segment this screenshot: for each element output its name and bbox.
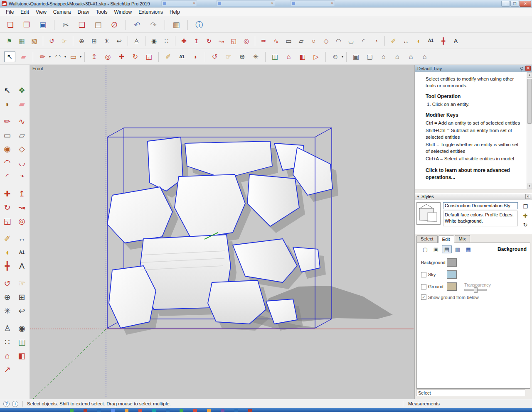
face-settings-icon[interactable]: ▣: [431, 245, 441, 253]
zoom-window-icon[interactable]: ⊞: [89, 35, 99, 46]
ground-checkbox[interactable]: [421, 284, 426, 289]
new-icon[interactable]: ❏: [4, 19, 17, 31]
text-icon[interactable]: A1: [15, 246, 29, 259]
axes-icon[interactable]: ╋: [438, 35, 448, 46]
taskbar-app-icon[interactable]: [125, 409, 128, 412]
circle-icon[interactable]: ○: [308, 35, 319, 46]
taskbar-app-icon[interactable]: [84, 409, 87, 412]
text-icon[interactable]: A1: [426, 35, 436, 46]
scale-icon[interactable]: ◱: [229, 35, 239, 46]
menu-edit[interactable]: Edit: [17, 8, 32, 16]
eraser-icon[interactable]: ▰: [18, 51, 29, 62]
share-model-icon[interactable]: ↗: [0, 363, 15, 376]
print-icon[interactable]: ▦: [170, 19, 182, 31]
zoom-previous-icon[interactable]: ↩: [15, 304, 29, 317]
taskbar-app-icon[interactable]: [180, 409, 183, 412]
paste-icon[interactable]: ▤: [92, 19, 104, 31]
menu-extensions[interactable]: Extensions: [135, 8, 166, 16]
three-d-text-icon[interactable]: A: [451, 35, 461, 46]
3d-warehouse-icon[interactable]: ⌂: [0, 349, 15, 362]
position-camera-icon[interactable]: ♙: [0, 322, 15, 335]
background-settings-icon[interactable]: ▤: [442, 245, 452, 253]
tape-measure-icon[interactable]: ✐: [163, 51, 174, 62]
freehand-icon[interactable]: ∿: [15, 115, 29, 128]
cut-icon[interactable]: ✂: [59, 19, 72, 31]
tape-measure-icon[interactable]: ✐: [0, 232, 15, 245]
polygon-icon[interactable]: ◇: [321, 35, 331, 46]
axes-icon[interactable]: ╋: [0, 260, 15, 272]
eraser-icon[interactable]: ▰: [15, 98, 29, 110]
tape-measure-icon[interactable]: ✐: [388, 35, 399, 46]
sign-in-dropdown-icon[interactable]: ▾: [342, 55, 343, 59]
front-view-icon[interactable]: ⌂: [378, 51, 389, 62]
orbit-icon[interactable]: ↺: [209, 51, 220, 62]
menu-help[interactable]: Help: [166, 8, 183, 16]
paint-bucket-icon[interactable]: ◗: [190, 51, 201, 62]
transparency-slider[interactable]: [464, 289, 487, 291]
zoom-icon[interactable]: ⊕: [236, 51, 248, 62]
line-dropdown-icon[interactable]: ▾: [49, 55, 51, 59]
follow-me-icon[interactable]: ↝: [216, 35, 227, 46]
close-button[interactable]: ✕: [520, 1, 531, 7]
rectangle-icon[interactable]: ▭: [283, 35, 294, 46]
zoom-window-icon[interactable]: ⊞: [15, 291, 29, 304]
protractor-icon[interactable]: ◖: [0, 246, 15, 259]
scroll-thumb[interactable]: [527, 79, 532, 124]
line-icon[interactable]: ✏: [259, 35, 269, 46]
transparency-slider-thumb[interactable]: [474, 287, 478, 293]
taskbar-app-icon[interactable]: [193, 409, 197, 412]
arcs-icon[interactable]: ◠: [52, 51, 64, 62]
arc-icon[interactable]: ◠: [333, 35, 344, 46]
push-pull-icon[interactable]: ↥: [15, 187, 29, 200]
drawing-canvas[interactable]: Front: [30, 65, 414, 399]
styles-close-button[interactable]: ✕: [525, 194, 530, 199]
watermark-settings-icon[interactable]: ▥: [453, 245, 463, 253]
send-to-layout-icon[interactable]: ▷: [310, 51, 322, 62]
zoom-icon[interactable]: ⊕: [76, 35, 87, 46]
look-around-icon[interactable]: ◉: [149, 35, 159, 46]
rectangle-icon[interactable]: ▭: [0, 129, 15, 142]
move-icon[interactable]: ✚: [179, 35, 189, 46]
shapes-icon[interactable]: ▭: [68, 51, 79, 62]
taskbar-app-icon[interactable]: [152, 409, 156, 412]
push-pull-icon[interactable]: ↥: [89, 51, 100, 62]
zoom-extents-icon[interactable]: ✳: [250, 51, 261, 62]
menu-file[interactable]: File: [2, 8, 17, 16]
taskbar-app-icon[interactable]: [111, 409, 115, 412]
back-view-icon[interactable]: ⌂: [405, 51, 416, 62]
offset-icon[interactable]: ◎: [241, 35, 251, 46]
auto-hide-pin-icon[interactable]: [520, 67, 523, 70]
select-icon[interactable]: ↖: [0, 84, 15, 97]
style-thumbnail[interactable]: [416, 202, 441, 225]
taskbar-app-icon[interactable]: [138, 409, 142, 412]
paint-bucket-icon[interactable]: ◗: [0, 98, 15, 110]
walk-icon[interactable]: ∷: [0, 336, 15, 348]
rotated-rectangle-icon[interactable]: ▱: [15, 129, 29, 142]
learn-more-link[interactable]: Click to learn about more advanced opera…: [426, 167, 523, 181]
zoom-icon[interactable]: ⊕: [0, 291, 15, 304]
toggle-terrain-icon[interactable]: ▦: [17, 35, 27, 46]
measurements-input[interactable]: [443, 400, 532, 407]
windows-taskbar[interactable]: [0, 408, 532, 412]
taskbar-app-icon[interactable]: [248, 409, 252, 412]
arcs-dropdown-icon[interactable]: ▾: [64, 55, 66, 59]
menu-camera[interactable]: Camera: [50, 8, 74, 16]
menu-draw[interactable]: Draw: [74, 8, 93, 16]
tray-header[interactable]: Default Tray ✕: [415, 65, 532, 72]
dimension-icon[interactable]: ↔: [401, 35, 411, 46]
follow-me-icon[interactable]: ↝: [15, 201, 29, 214]
scale-icon[interactable]: ◱: [0, 215, 15, 228]
background-color-swatch[interactable]: [447, 258, 457, 267]
secondary-selection-pane-icon[interactable]: ❐: [520, 202, 530, 211]
scroll-up-button[interactable]: ▲: [527, 72, 532, 78]
open-icon[interactable]: ❒: [20, 19, 33, 31]
menu-view[interactable]: View: [32, 8, 50, 16]
sky-checkbox[interactable]: [421, 272, 426, 277]
redo-icon[interactable]: ↷: [147, 19, 160, 31]
look-around-icon[interactable]: ◉: [15, 322, 29, 335]
menu-window[interactable]: Window: [111, 8, 135, 16]
rotate-icon[interactable]: ↻: [204, 35, 214, 46]
scale-icon[interactable]: ◱: [143, 51, 155, 62]
extension-warehouse-icon[interactable]: ◧: [297, 51, 308, 62]
extension-warehouse-icon[interactable]: ◧: [15, 349, 29, 362]
